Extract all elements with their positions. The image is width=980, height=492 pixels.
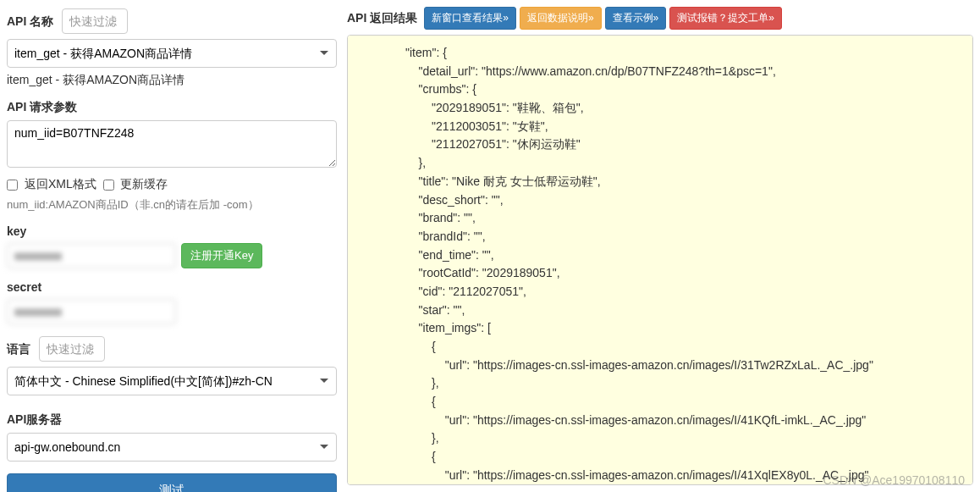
- secret-label: secret: [7, 280, 41, 294]
- json-result-box[interactable]: "item": { "detail_url": "https://www.ama…: [347, 35, 973, 485]
- bug-report-tag[interactable]: 测试报错？提交工单»: [669, 7, 782, 30]
- api-params-textarea[interactable]: num_iid=B07TNFZ248: [7, 120, 337, 168]
- test-button[interactable]: 测试: [7, 473, 337, 492]
- example-tag[interactable]: 查看示例»: [605, 7, 667, 30]
- api-name-label: API 名称: [7, 14, 53, 30]
- api-name-select[interactable]: item_get - 获得AMAZON商品详情: [7, 39, 337, 68]
- xml-checkbox[interactable]: [7, 180, 18, 191]
- api-name-filter-input[interactable]: [62, 8, 128, 34]
- key-label: key: [7, 224, 26, 238]
- right-panel: API 返回结果 新窗口查看结果» 返回数据说明» 查看示例» 测试报错？提交工…: [347, 7, 973, 485]
- lang-select[interactable]: 简体中文 - Chinese Simplified(中文[简体])#zh-CN: [7, 367, 337, 395]
- refresh-checkbox-label: 更新缓存: [120, 177, 168, 191]
- secret-input[interactable]: [7, 299, 176, 324]
- api-select-subtext: item_get - 获得AMAZON商品详情: [7, 73, 337, 88]
- server-select[interactable]: api-gw.onebound.cn: [7, 433, 337, 462]
- register-key-button[interactable]: 注册开通Key: [181, 243, 262, 268]
- lang-label: 语言: [7, 342, 30, 357]
- api-params-label: API 请求参数: [7, 100, 77, 115]
- xml-checkbox-label: 返回XML格式: [25, 177, 96, 191]
- server-label: API服务器: [7, 412, 62, 428]
- data-desc-tag[interactable]: 返回数据说明»: [520, 7, 602, 30]
- lang-filter-input[interactable]: [39, 336, 105, 362]
- param-hint: num_iid:AMAZON商品ID（非.cn的请在后加 -com）: [7, 197, 337, 213]
- key-input[interactable]: [7, 243, 176, 268]
- result-label: API 返回结果: [347, 11, 417, 26]
- left-panel: API 名称 item_get - 获得AMAZON商品详情 item_get …: [7, 7, 337, 485]
- refresh-checkbox[interactable]: [103, 180, 114, 191]
- new-window-tag[interactable]: 新窗口查看结果»: [424, 7, 516, 30]
